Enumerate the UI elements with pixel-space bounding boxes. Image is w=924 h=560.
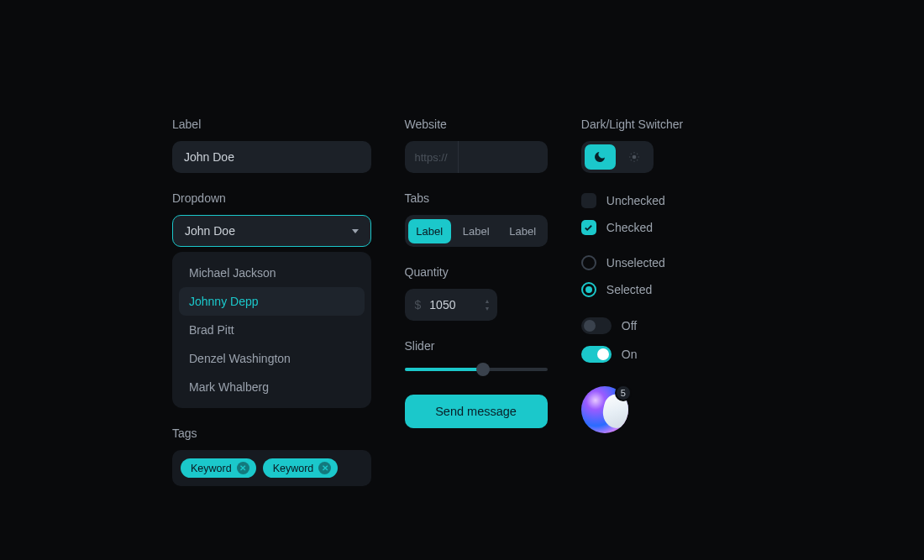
checkbox-unchecked[interactable]	[581, 193, 596, 208]
menu-item[interactable]: Mark Whalberg	[179, 373, 365, 401]
column-middle: Website https:// Tabs Label Label Label …	[405, 118, 548, 486]
dropdown-label: Dropdown	[172, 191, 371, 205]
toggle-label: Off	[622, 319, 637, 332]
toggle-on[interactable]	[581, 346, 612, 363]
tag[interactable]: Keyword ✕	[181, 458, 256, 478]
input-label: Label	[172, 118, 371, 131]
notification-badge: 5	[615, 385, 632, 401]
svg-point-0	[633, 155, 637, 160]
checkbox-checked[interactable]	[581, 220, 596, 235]
quantity-value: 1050	[429, 298, 475, 311]
slider-thumb[interactable]	[476, 363, 490, 376]
slider-label: Slider	[405, 339, 548, 353]
chevron-down-icon[interactable]: ▼	[485, 306, 491, 311]
sun-icon[interactable]	[619, 144, 650, 170]
radio-selected[interactable]	[581, 282, 596, 297]
radio-label: Unselected	[606, 256, 665, 270]
website-label: Website	[405, 118, 548, 131]
tags-input[interactable]: Keyword ✕ Keyword ✕	[172, 450, 371, 486]
tag-label: Keyword	[273, 463, 314, 474]
chevron-down-icon	[352, 229, 359, 233]
send-message-button[interactable]: Send message	[405, 395, 548, 428]
tab[interactable]: Label	[501, 219, 543, 243]
slider[interactable]	[405, 368, 548, 371]
radio-label: Selected	[606, 283, 652, 296]
close-icon[interactable]: ✕	[318, 462, 331, 474]
checkbox-label: Unchecked	[606, 194, 665, 207]
chevron-up-icon[interactable]: ▲	[485, 298, 491, 304]
name-field[interactable]	[184, 150, 360, 164]
stepper-buttons[interactable]: ▲ ▼	[485, 298, 494, 311]
theme-switcher[interactable]	[581, 141, 654, 173]
website-input[interactable]: https://	[405, 141, 548, 173]
currency-symbol: $	[415, 298, 422, 311]
toggle-off[interactable]	[581, 317, 612, 334]
checkbox-label: Checked	[606, 221, 653, 234]
tabs: Label Label Label	[405, 215, 548, 247]
moon-icon[interactable]	[585, 144, 616, 170]
menu-item[interactable]: Denzel Washington	[179, 344, 365, 373]
tags-label: Tags	[172, 427, 371, 440]
tab[interactable]: Label	[454, 219, 497, 243]
switcher-label: Dark/Light Switcher	[581, 118, 756, 131]
quantity-stepper[interactable]: $ 1050 ▲ ▼	[405, 289, 497, 321]
tabs-label: Tabs	[405, 191, 548, 205]
quantity-label: Quantity	[405, 265, 548, 279]
avatar[interactable]: 5	[581, 386, 628, 433]
column-right: Dark/Light Switcher Unchecked Checked Un	[581, 118, 756, 486]
close-icon[interactable]: ✕	[237, 462, 249, 474]
dropdown-value: John Doe	[185, 224, 235, 238]
slider-fill	[405, 368, 484, 371]
radio-unselected[interactable]	[581, 255, 596, 270]
tag-label: Keyword	[191, 463, 232, 474]
toggle-label: On	[622, 348, 638, 361]
tab[interactable]: Label	[408, 219, 451, 243]
dropdown-menu: Michael Jackson Johnny Depp Brad Pitt De…	[172, 252, 371, 408]
menu-item[interactable]: Brad Pitt	[179, 316, 365, 344]
menu-item[interactable]: Johnny Depp	[179, 287, 365, 316]
text-input[interactable]	[172, 141, 371, 173]
dropdown[interactable]: John Doe	[172, 215, 371, 247]
tag[interactable]: Keyword ✕	[263, 458, 339, 478]
menu-item[interactable]: Michael Jackson	[179, 259, 365, 287]
column-inputs: Label Dropdown John Doe Michael Jackson …	[172, 118, 371, 486]
url-prefix: https://	[405, 141, 459, 173]
